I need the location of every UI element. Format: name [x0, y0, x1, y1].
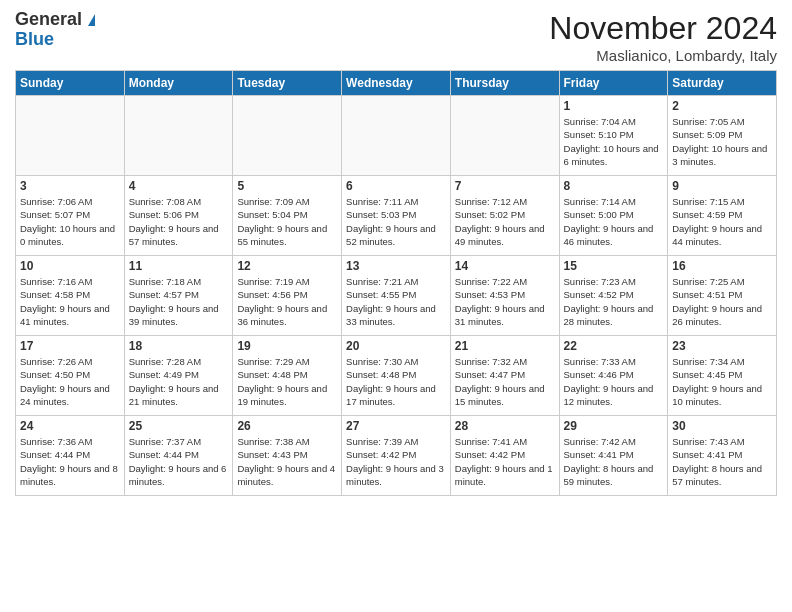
day-number: 11 [129, 259, 229, 273]
day-number: 2 [672, 99, 772, 113]
day-info: Sunrise: 7:25 AM Sunset: 4:51 PM Dayligh… [672, 275, 772, 328]
calendar-cell [233, 96, 342, 176]
day-of-week-header: Friday [559, 71, 668, 96]
day-info: Sunrise: 7:22 AM Sunset: 4:53 PM Dayligh… [455, 275, 555, 328]
day-info: Sunrise: 7:05 AM Sunset: 5:09 PM Dayligh… [672, 115, 772, 168]
header: General Blue November 2024 Maslianico, L… [15, 10, 777, 64]
day-number: 20 [346, 339, 446, 353]
day-number: 10 [20, 259, 120, 273]
calendar-header-row: SundayMondayTuesdayWednesdayThursdayFrid… [16, 71, 777, 96]
day-number: 24 [20, 419, 120, 433]
day-number: 21 [455, 339, 555, 353]
day-info: Sunrise: 7:29 AM Sunset: 4:48 PM Dayligh… [237, 355, 337, 408]
calendar-cell: 27Sunrise: 7:39 AM Sunset: 4:42 PM Dayli… [342, 416, 451, 496]
day-info: Sunrise: 7:14 AM Sunset: 5:00 PM Dayligh… [564, 195, 664, 248]
day-info: Sunrise: 7:08 AM Sunset: 5:06 PM Dayligh… [129, 195, 229, 248]
calendar-cell: 19Sunrise: 7:29 AM Sunset: 4:48 PM Dayli… [233, 336, 342, 416]
day-info: Sunrise: 7:39 AM Sunset: 4:42 PM Dayligh… [346, 435, 446, 488]
calendar-cell [342, 96, 451, 176]
calendar-week-row: 1Sunrise: 7:04 AM Sunset: 5:10 PM Daylig… [16, 96, 777, 176]
day-number: 29 [564, 419, 664, 433]
calendar-cell: 18Sunrise: 7:28 AM Sunset: 4:49 PM Dayli… [124, 336, 233, 416]
day-info: Sunrise: 7:23 AM Sunset: 4:52 PM Dayligh… [564, 275, 664, 328]
day-info: Sunrise: 7:32 AM Sunset: 4:47 PM Dayligh… [455, 355, 555, 408]
calendar-cell: 29Sunrise: 7:42 AM Sunset: 4:41 PM Dayli… [559, 416, 668, 496]
day-of-week-header: Thursday [450, 71, 559, 96]
calendar-cell: 17Sunrise: 7:26 AM Sunset: 4:50 PM Dayli… [16, 336, 125, 416]
day-number: 1 [564, 99, 664, 113]
day-info: Sunrise: 7:18 AM Sunset: 4:57 PM Dayligh… [129, 275, 229, 328]
day-number: 19 [237, 339, 337, 353]
day-number: 22 [564, 339, 664, 353]
calendar-cell: 25Sunrise: 7:37 AM Sunset: 4:44 PM Dayli… [124, 416, 233, 496]
calendar-cell: 11Sunrise: 7:18 AM Sunset: 4:57 PM Dayli… [124, 256, 233, 336]
day-of-week-header: Wednesday [342, 71, 451, 96]
day-info: Sunrise: 7:33 AM Sunset: 4:46 PM Dayligh… [564, 355, 664, 408]
day-number: 3 [20, 179, 120, 193]
day-number: 12 [237, 259, 337, 273]
day-info: Sunrise: 7:43 AM Sunset: 4:41 PM Dayligh… [672, 435, 772, 488]
day-info: Sunrise: 7:41 AM Sunset: 4:42 PM Dayligh… [455, 435, 555, 488]
day-number: 9 [672, 179, 772, 193]
day-number: 28 [455, 419, 555, 433]
location: Maslianico, Lombardy, Italy [549, 47, 777, 64]
calendar-cell [16, 96, 125, 176]
calendar-cell: 2Sunrise: 7:05 AM Sunset: 5:09 PM Daylig… [668, 96, 777, 176]
day-info: Sunrise: 7:37 AM Sunset: 4:44 PM Dayligh… [129, 435, 229, 488]
day-number: 13 [346, 259, 446, 273]
day-number: 23 [672, 339, 772, 353]
calendar-cell: 20Sunrise: 7:30 AM Sunset: 4:48 PM Dayli… [342, 336, 451, 416]
day-info: Sunrise: 7:04 AM Sunset: 5:10 PM Dayligh… [564, 115, 664, 168]
logo: General Blue [15, 10, 95, 50]
day-info: Sunrise: 7:30 AM Sunset: 4:48 PM Dayligh… [346, 355, 446, 408]
day-number: 14 [455, 259, 555, 273]
calendar-cell: 8Sunrise: 7:14 AM Sunset: 5:00 PM Daylig… [559, 176, 668, 256]
day-number: 6 [346, 179, 446, 193]
calendar-cell: 3Sunrise: 7:06 AM Sunset: 5:07 PM Daylig… [16, 176, 125, 256]
day-info: Sunrise: 7:28 AM Sunset: 4:49 PM Dayligh… [129, 355, 229, 408]
day-of-week-header: Monday [124, 71, 233, 96]
day-number: 16 [672, 259, 772, 273]
calendar-week-row: 3Sunrise: 7:06 AM Sunset: 5:07 PM Daylig… [16, 176, 777, 256]
calendar-week-row: 24Sunrise: 7:36 AM Sunset: 4:44 PM Dayli… [16, 416, 777, 496]
day-number: 27 [346, 419, 446, 433]
calendar-cell: 6Sunrise: 7:11 AM Sunset: 5:03 PM Daylig… [342, 176, 451, 256]
calendar-cell: 14Sunrise: 7:22 AM Sunset: 4:53 PM Dayli… [450, 256, 559, 336]
day-of-week-header: Sunday [16, 71, 125, 96]
day-info: Sunrise: 7:16 AM Sunset: 4:58 PM Dayligh… [20, 275, 120, 328]
day-info: Sunrise: 7:15 AM Sunset: 4:59 PM Dayligh… [672, 195, 772, 248]
day-number: 7 [455, 179, 555, 193]
page-container: General Blue November 2024 Maslianico, L… [0, 0, 792, 501]
day-info: Sunrise: 7:11 AM Sunset: 5:03 PM Dayligh… [346, 195, 446, 248]
calendar-cell: 16Sunrise: 7:25 AM Sunset: 4:51 PM Dayli… [668, 256, 777, 336]
calendar-cell: 23Sunrise: 7:34 AM Sunset: 4:45 PM Dayli… [668, 336, 777, 416]
day-of-week-header: Tuesday [233, 71, 342, 96]
calendar-cell: 5Sunrise: 7:09 AM Sunset: 5:04 PM Daylig… [233, 176, 342, 256]
calendar-cell: 30Sunrise: 7:43 AM Sunset: 4:41 PM Dayli… [668, 416, 777, 496]
calendar-cell: 13Sunrise: 7:21 AM Sunset: 4:55 PM Dayli… [342, 256, 451, 336]
day-number: 25 [129, 419, 229, 433]
day-info: Sunrise: 7:42 AM Sunset: 4:41 PM Dayligh… [564, 435, 664, 488]
day-number: 8 [564, 179, 664, 193]
calendar-cell: 28Sunrise: 7:41 AM Sunset: 4:42 PM Dayli… [450, 416, 559, 496]
day-number: 18 [129, 339, 229, 353]
day-info: Sunrise: 7:38 AM Sunset: 4:43 PM Dayligh… [237, 435, 337, 488]
day-info: Sunrise: 7:34 AM Sunset: 4:45 PM Dayligh… [672, 355, 772, 408]
logo-blue-text: Blue [15, 30, 95, 50]
calendar-week-row: 10Sunrise: 7:16 AM Sunset: 4:58 PM Dayli… [16, 256, 777, 336]
day-of-week-header: Saturday [668, 71, 777, 96]
day-info: Sunrise: 7:36 AM Sunset: 4:44 PM Dayligh… [20, 435, 120, 488]
calendar-cell: 12Sunrise: 7:19 AM Sunset: 4:56 PM Dayli… [233, 256, 342, 336]
day-info: Sunrise: 7:19 AM Sunset: 4:56 PM Dayligh… [237, 275, 337, 328]
day-number: 17 [20, 339, 120, 353]
calendar-table: SundayMondayTuesdayWednesdayThursdayFrid… [15, 70, 777, 496]
calendar-cell [124, 96, 233, 176]
calendar-cell: 24Sunrise: 7:36 AM Sunset: 4:44 PM Dayli… [16, 416, 125, 496]
day-info: Sunrise: 7:21 AM Sunset: 4:55 PM Dayligh… [346, 275, 446, 328]
day-info: Sunrise: 7:09 AM Sunset: 5:04 PM Dayligh… [237, 195, 337, 248]
logo-general-text: General [15, 9, 82, 29]
day-number: 26 [237, 419, 337, 433]
calendar-cell: 21Sunrise: 7:32 AM Sunset: 4:47 PM Dayli… [450, 336, 559, 416]
calendar-cell: 22Sunrise: 7:33 AM Sunset: 4:46 PM Dayli… [559, 336, 668, 416]
calendar-cell [450, 96, 559, 176]
